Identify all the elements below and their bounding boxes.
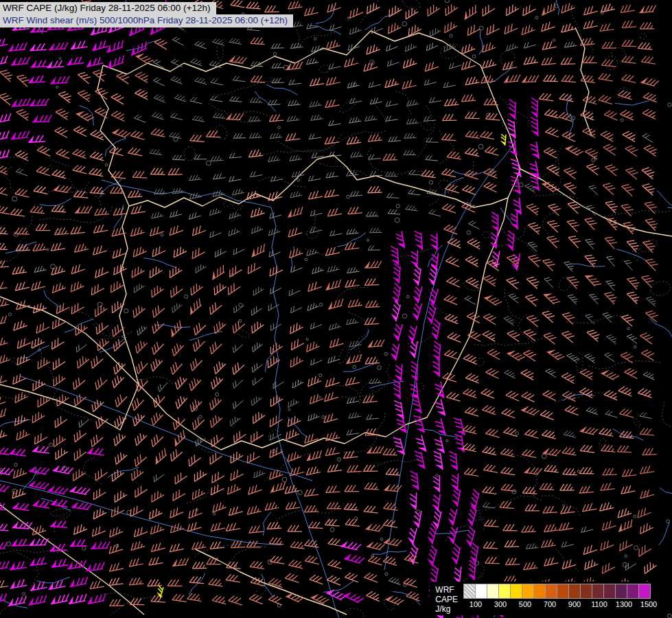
legend-cell xyxy=(533,584,546,599)
legend-tick-label: 300 xyxy=(494,600,507,608)
cape-legend: WRF CAPE J/kg 10030050070090011001300150… xyxy=(430,582,664,615)
legend-tick-label: 500 xyxy=(519,600,531,608)
legend-cell xyxy=(498,584,511,599)
legend-unit-label: J/kg xyxy=(435,604,458,614)
legend-cell xyxy=(522,584,534,599)
legend-tick-labels: 100300500700900110013001500 xyxy=(463,599,661,609)
legend-cell xyxy=(487,584,499,599)
title-wind-shear-text: WRF Wind shear (m/s) 500/1000hPa Friday … xyxy=(3,15,288,25)
legend-cell xyxy=(638,584,651,599)
legend-cell xyxy=(580,584,592,599)
legend-tick-label: 1500 xyxy=(640,600,657,608)
legend-param-label: CAPE xyxy=(435,595,458,604)
legend-cell xyxy=(475,584,487,599)
weather-map: WRF CAPE (J/kg) Friday 28-11-2025 06:00 … xyxy=(0,0,672,618)
legend-tick-label: 900 xyxy=(568,600,581,608)
legend-tick-label: 1300 xyxy=(616,600,632,608)
legend-labels: WRF CAPE J/kg xyxy=(435,584,458,614)
legend-cell xyxy=(463,584,476,599)
legend-tick-label: 100 xyxy=(470,600,482,608)
title-cape: WRF CAPE (J/kg) Friday 28-11-2025 06:00 … xyxy=(0,2,216,15)
legend-cell xyxy=(615,584,627,599)
legend-tick-label: 1100 xyxy=(591,600,607,608)
legend-cell xyxy=(568,584,581,599)
legend-scale: 100300500700900110013001500 xyxy=(463,584,661,609)
title-wind-shear: WRF Wind shear (m/s) 500/1000hPa Friday … xyxy=(0,14,293,27)
legend-cell xyxy=(557,584,569,599)
legend-model-label: WRF xyxy=(435,585,458,595)
legend-cell xyxy=(603,584,616,599)
legend-color-scale xyxy=(463,584,661,599)
legend-cell xyxy=(592,584,604,599)
map-canvas xyxy=(0,0,672,618)
legend-cell xyxy=(510,584,522,599)
legend-cell xyxy=(545,584,557,599)
title-cape-text: WRF CAPE (J/kg) Friday 28-11-2025 06:00 … xyxy=(3,3,211,13)
legend-cell xyxy=(627,584,639,599)
legend-tick-label: 700 xyxy=(544,600,556,608)
